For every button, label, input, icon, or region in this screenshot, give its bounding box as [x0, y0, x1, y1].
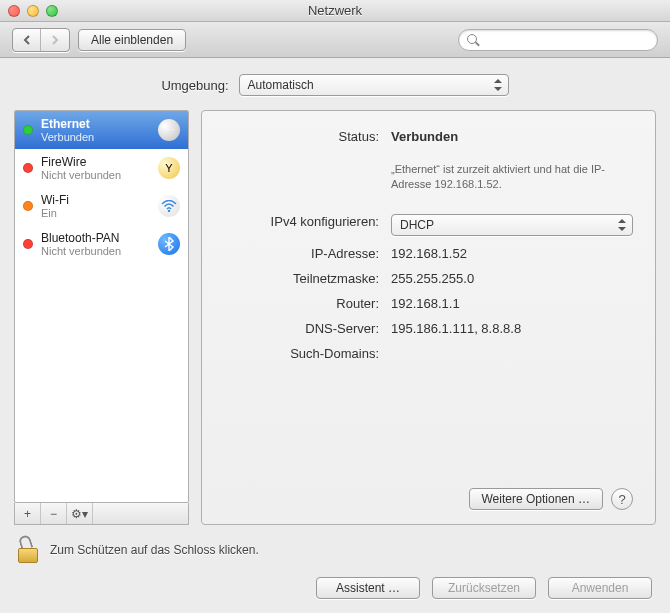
dns-server-label: DNS-Server:: [224, 321, 379, 336]
ipv4-config-popup[interactable]: DHCP: [391, 214, 633, 236]
advanced-button-label: Weitere Optionen …: [482, 492, 591, 506]
help-button[interactable]: ?: [611, 488, 633, 510]
bottom-button-bar: Assistent … Zurücksetzen Anwenden: [14, 577, 656, 599]
apply-button-label: Anwenden: [572, 581, 629, 595]
help-icon: ?: [618, 492, 625, 507]
ip-address-value: 192.168.1.52: [391, 246, 633, 261]
interface-item-wifi[interactable]: Wi-Fi Ein: [15, 187, 188, 225]
window-title: Netzwerk: [0, 3, 670, 18]
nav-segmented: [12, 28, 70, 52]
minus-icon: −: [50, 507, 57, 521]
bluetooth-icon: [158, 233, 180, 255]
assistant-button[interactable]: Assistent …: [316, 577, 420, 599]
lock-text: Zum Schützen auf das Schloss klicken.: [50, 543, 259, 557]
search-domains-label: Such-Domains:: [224, 346, 379, 361]
ethernet-icon: ⋯: [158, 119, 180, 141]
subnet-mask-label: Teilnetzmaske:: [224, 271, 379, 286]
wifi-icon: [158, 195, 180, 217]
forward-button[interactable]: [41, 29, 69, 51]
toolbar: Alle einblenden: [0, 22, 670, 58]
interface-item-bluetooth-pan[interactable]: Bluetooth-PAN Nicht verbunden: [15, 225, 188, 263]
status-label: Status:: [224, 129, 379, 144]
status-dot-green-icon: [23, 125, 33, 135]
dns-server-value: 195.186.1.111, 8.8.8.8: [391, 321, 633, 336]
interface-status: Verbunden: [41, 131, 150, 143]
firewire-icon: Y: [158, 157, 180, 179]
ipv4-config-label: IPv4 konfigurieren:: [224, 214, 379, 236]
environment-popup[interactable]: Automatisch: [239, 74, 509, 96]
show-all-button[interactable]: Alle einblenden: [78, 29, 186, 51]
interface-list-footer: + − ⚙︎▾: [14, 503, 189, 525]
interface-name: Ethernet: [41, 117, 150, 131]
router-label: Router:: [224, 296, 379, 311]
back-button[interactable]: [13, 29, 41, 51]
environment-value: Automatisch: [248, 78, 314, 92]
svg-point-0: [168, 210, 170, 212]
subnet-mask-value: 255.255.255.0: [391, 271, 633, 286]
search-input[interactable]: [485, 33, 649, 47]
environment-label: Umgebung:: [161, 78, 228, 93]
revert-button[interactable]: Zurücksetzen: [432, 577, 536, 599]
assistant-button-label: Assistent …: [336, 581, 400, 595]
gear-icon: ⚙︎▾: [71, 507, 88, 521]
status-value: Verbunden: [391, 129, 633, 144]
interface-list: Ethernet Verbunden ⋯ FireWire Nicht verb…: [14, 110, 189, 503]
search-icon: [467, 34, 479, 46]
interface-status: Nicht verbunden: [41, 169, 150, 181]
remove-interface-button[interactable]: −: [41, 503, 67, 524]
interface-name: Wi-Fi: [41, 193, 150, 207]
advanced-button[interactable]: Weitere Optionen …: [469, 488, 604, 510]
status-description: „Ethernet“ ist zurzeit aktiviert und hat…: [391, 162, 633, 192]
interface-status: Ein: [41, 207, 150, 219]
add-interface-button[interactable]: +: [15, 503, 41, 524]
lock-row: Zum Schützen auf das Schloss klicken.: [14, 537, 656, 563]
plus-icon: +: [24, 507, 31, 521]
environment-row: Umgebung: Automatisch: [14, 74, 656, 96]
titlebar: Netzwerk: [0, 0, 670, 22]
ipv4-config-value: DHCP: [400, 218, 434, 232]
detail-pane: Status: Verbunden „Ethernet“ ist zurzeit…: [201, 110, 656, 525]
action-menu-button[interactable]: ⚙︎▾: [67, 503, 93, 524]
show-all-label: Alle einblenden: [91, 33, 173, 47]
interface-name: Bluetooth-PAN: [41, 231, 150, 245]
search-field[interactable]: [458, 29, 658, 51]
router-value: 192.168.1.1: [391, 296, 633, 311]
ip-address-label: IP-Adresse:: [224, 246, 379, 261]
interface-item-ethernet[interactable]: Ethernet Verbunden ⋯: [15, 111, 188, 149]
search-domains-value: [391, 346, 633, 361]
revert-button-label: Zurücksetzen: [448, 581, 520, 595]
interface-item-firewire[interactable]: FireWire Nicht verbunden Y: [15, 149, 188, 187]
lock-icon[interactable]: [18, 537, 40, 563]
status-dot-red-icon: [23, 239, 33, 249]
interface-status: Nicht verbunden: [41, 245, 150, 257]
status-dot-red-icon: [23, 163, 33, 173]
interface-name: FireWire: [41, 155, 150, 169]
apply-button[interactable]: Anwenden: [548, 577, 652, 599]
status-dot-amber-icon: [23, 201, 33, 211]
